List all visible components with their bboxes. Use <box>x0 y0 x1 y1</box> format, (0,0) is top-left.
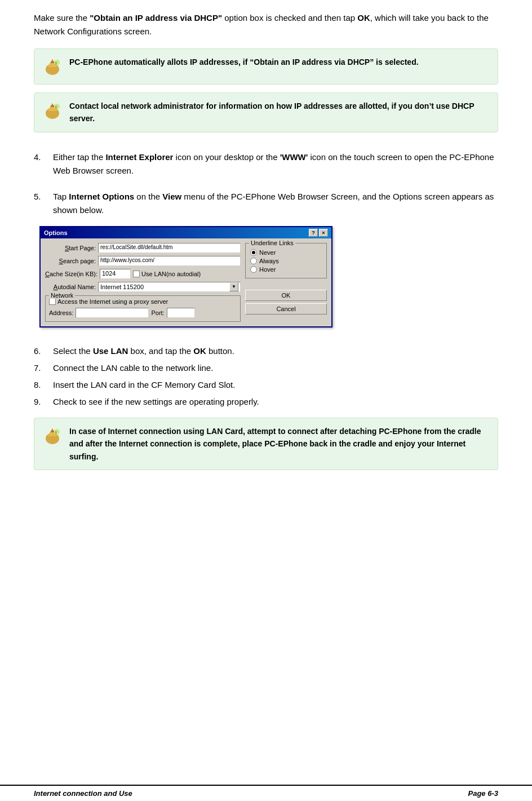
use-lan-checkbox[interactable] <box>133 271 140 277</box>
step-9: 9. Check to see if the new settings are … <box>34 395 498 409</box>
dialog-title-label: Options <box>44 229 68 236</box>
step-4-number: 4. <box>34 151 47 164</box>
step-8: 8. Insert the LAN card in the CF Memory … <box>34 378 498 392</box>
port-input[interactable] <box>167 308 195 318</box>
proxy-checkbox[interactable] <box>49 298 56 305</box>
radio-never-label: Never <box>259 249 276 256</box>
underline-links-group: Underline Links Never Always Hover <box>245 243 327 278</box>
step-7-text: Connect the LAN cable to the network lin… <box>53 361 498 375</box>
svg-text:!: ! <box>55 61 57 66</box>
dialog-titlebar: Options ? × <box>41 227 331 238</box>
ok-button[interactable]: OK <box>245 290 327 301</box>
port-label: Port: <box>151 309 164 316</box>
address-row: Address: Port: <box>49 308 237 318</box>
step-9-number: 9. <box>34 395 47 409</box>
intro-paragraph: Make sure the "Obtain an IP address via … <box>34 11 498 38</box>
start-page-label: Start Page: <box>45 245 96 251</box>
note-text-3: In case of Internet connection using LAN… <box>69 425 490 463</box>
step-6-text: Select the Use LAN box, and tap the OK b… <box>53 344 498 358</box>
address-input[interactable] <box>76 308 149 318</box>
radio-hover-option[interactable]: Hover <box>250 266 322 273</box>
titlebar-close-button[interactable]: × <box>319 229 328 237</box>
radio-always[interactable] <box>250 258 257 264</box>
use-lan-text: Use LAN(no autodial) <box>141 271 201 277</box>
step-9-text: Check to see if the new settings are ope… <box>53 395 498 409</box>
autodial-select[interactable]: Internet 115200 ▼ <box>98 282 241 292</box>
start-page-input[interactable]: res://LocalSite.dll/default.htm <box>98 243 241 253</box>
autodial-label: Autodial Name: <box>45 284 96 290</box>
step-6-number: 6. <box>34 344 47 358</box>
note-icon-1: ! <box>42 57 63 77</box>
footer-right-text: Page 6-3 <box>468 789 498 798</box>
steps-6-to-9: 6. Select the Use LAN box, and tap the O… <box>34 344 498 409</box>
cache-size-row: Cache Size(in KB): 1024 Use LAN(no autod… <box>45 269 241 279</box>
proxy-text: Access the Internet using a proxy server <box>57 298 168 305</box>
step-5-number: 5. <box>34 190 47 203</box>
step-8-text: Insert the LAN card in the CF Memory Car… <box>53 378 498 392</box>
search-page-row: Search page: http://www.lycos.com/ <box>45 256 241 266</box>
note-text-1: PC-EPhone automatically allots IP addres… <box>69 56 419 68</box>
step-5-text: Tap Internet Options on the View menu of… <box>53 190 498 217</box>
radio-always-label: Always <box>259 258 279 264</box>
footer-left-text: Internet connection and Use <box>34 789 132 798</box>
step-7-number: 7. <box>34 361 47 375</box>
note-icon-2: ! <box>42 101 63 121</box>
radio-never-option[interactable]: Never <box>250 249 322 256</box>
dialog-left-panel: Start Page: res://LocalSite.dll/default.… <box>45 243 245 322</box>
search-page-input[interactable]: http://www.lycos.com/ <box>98 256 241 266</box>
step-4: 4. Either tap the Internet Explorer icon… <box>34 151 498 178</box>
cache-size-input[interactable]: 1024 <box>100 269 131 279</box>
start-page-row: Start Page: res://LocalSite.dll/default.… <box>45 243 241 253</box>
radio-never[interactable] <box>250 249 257 256</box>
step-6: 6. Select the Use LAN box, and tap the O… <box>34 344 498 358</box>
note-box-2: ! Contact local network administrator fo… <box>34 92 498 132</box>
autodial-row: Autodial Name: Internet 115200 ▼ <box>45 282 241 292</box>
cache-size-label: Cache Size(in KB): <box>45 271 97 277</box>
note-icon-3: ! <box>42 426 63 446</box>
step-4-text: Either tap the Internet Explorer icon on… <box>53 151 498 178</box>
cancel-button[interactable]: Cancel <box>245 303 327 315</box>
note-box-3: ! In case of Internet connection using L… <box>34 418 498 470</box>
options-dialog: Options ? × Start Page: res://LocalSite.… <box>39 226 333 328</box>
page-content: Make sure the "Obtain an IP address via … <box>0 0 532 512</box>
page-footer: Internet connection and Use Page 6-3 <box>0 785 532 801</box>
search-page-label: Search page: <box>45 258 96 264</box>
radio-hover-label: Hover <box>259 266 276 273</box>
use-lan-checkbox-label[interactable]: Use LAN(no autodial) <box>133 271 201 277</box>
step-8-number: 8. <box>34 378 47 392</box>
titlebar-buttons: ? × <box>309 229 328 237</box>
step-5: 5. Tap Internet Options on the View menu… <box>34 190 498 217</box>
dialog-body: Start Page: res://LocalSite.dll/default.… <box>41 238 331 326</box>
note-box-1: ! PC-EPhone automatically allots IP addr… <box>34 48 498 85</box>
network-group-title: Network <box>49 292 75 299</box>
underline-links-title: Underline Links <box>249 240 295 246</box>
step-7: 7. Connect the LAN cable to the network … <box>34 361 498 375</box>
radio-hover[interactable] <box>250 266 257 273</box>
proxy-checkbox-label[interactable]: Access the Internet using a proxy server <box>49 298 237 305</box>
radio-always-option[interactable]: Always <box>250 258 322 264</box>
svg-rect-15 <box>51 431 54 432</box>
network-group-box: Network Access the Internet using a prox… <box>45 295 241 322</box>
dialog-buttons: OK Cancel <box>245 290 327 315</box>
titlebar-question-button[interactable]: ? <box>309 229 318 237</box>
svg-rect-9 <box>51 105 54 107</box>
dialog-right-panel: Underline Links Never Always Hover <box>245 243 327 322</box>
note-text-2: Contact local network administrator for … <box>69 100 490 125</box>
address-label: Address: <box>49 309 73 316</box>
svg-text:!: ! <box>55 430 57 435</box>
svg-text:!: ! <box>55 105 57 110</box>
svg-rect-3 <box>51 61 54 63</box>
autodial-value: Internet 115200 <box>100 284 144 290</box>
options-dialog-container: Options ? × Start Page: res://LocalSite.… <box>34 226 498 328</box>
autodial-dropdown-arrow[interactable]: ▼ <box>229 282 238 291</box>
